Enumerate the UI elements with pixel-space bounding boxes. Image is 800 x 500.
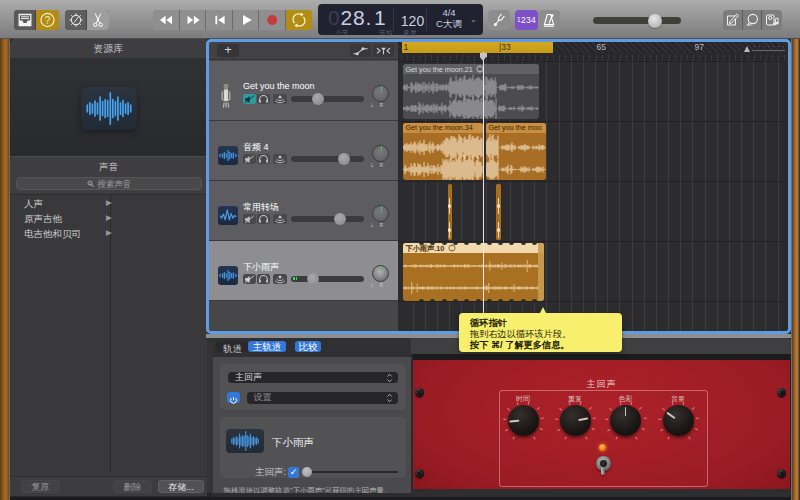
svg-text:?: ?	[45, 15, 51, 26]
